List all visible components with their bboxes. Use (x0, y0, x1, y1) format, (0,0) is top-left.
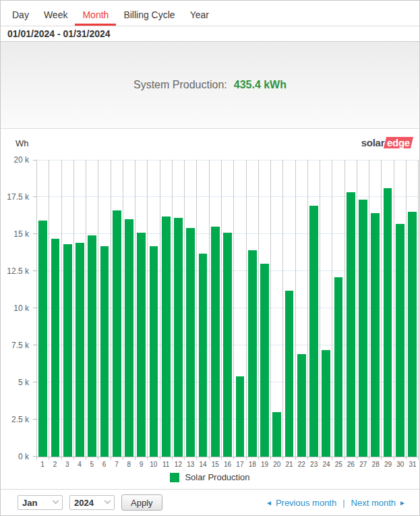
x-axis-tick (74, 457, 86, 460)
chart-column (320, 160, 332, 457)
tab-day[interactable]: Day (5, 7, 36, 26)
y-axis-label: 12.5 k (1, 267, 29, 275)
tab-billing-cycle[interactable]: Billing Cycle (116, 7, 182, 26)
chart-column (86, 160, 98, 457)
x-label: 10 (148, 461, 160, 468)
chart-column (234, 160, 246, 457)
x-label: 29 (382, 461, 394, 468)
bar-day-8 (125, 219, 133, 457)
bar-day-6 (100, 246, 109, 457)
x-axis-tick (148, 457, 160, 460)
y-axis-label: 17.5 k (1, 193, 29, 201)
x-axis-tick (234, 457, 246, 460)
tab-year[interactable]: Year (183, 7, 216, 26)
x-label: 24 (320, 461, 332, 468)
bar-day-18 (248, 250, 257, 457)
x-label: 20 (271, 461, 283, 468)
chart-column (210, 160, 222, 457)
legend-item-solar-production[interactable]: Solar Production (1, 472, 419, 482)
x-axis-tick (345, 457, 357, 460)
y-axis-label: 2.5 k (1, 415, 29, 424)
chart-column (283, 160, 295, 457)
x-axis-tick (271, 457, 283, 460)
x-label: 15 (209, 461, 221, 468)
bar-day-31 (408, 212, 417, 457)
plot-area: 0 k2.5 k5 k7.5 k10 k12.5 k15 k17.5 k20 k (36, 160, 419, 457)
logo-edge-badge: edge (384, 137, 413, 148)
x-label: 16 (221, 461, 233, 468)
x-axis-tick (210, 457, 222, 460)
apply-button[interactable]: Apply (121, 494, 162, 511)
bar-day-7 (113, 210, 121, 457)
next-month-button[interactable]: Next month ► (351, 498, 406, 508)
x-label: 8 (123, 461, 135, 468)
chart-column (160, 160, 173, 457)
x-label: 1 (36, 461, 49, 468)
x-label: 11 (160, 461, 172, 468)
bar-columns (36, 160, 419, 457)
x-axis-tick (136, 457, 148, 460)
bar-day-3 (63, 244, 72, 457)
chevron-down-icon (104, 497, 111, 504)
tab-month[interactable]: Month (75, 7, 116, 26)
view-tabs: Day Week Month Billing Cycle Year (1, 7, 419, 26)
bar-day-28 (371, 213, 380, 457)
x-axis-tick (49, 457, 61, 460)
x-axis-tick (123, 457, 136, 460)
chart-column (394, 160, 407, 457)
year-select[interactable]: 2024 (69, 495, 115, 510)
bar-day-22 (297, 354, 306, 457)
bar-day-26 (347, 192, 355, 457)
x-axis-tick (296, 457, 308, 460)
x-axis-tick (407, 457, 419, 460)
x-label: 17 (234, 461, 246, 468)
x-label: 12 (172, 461, 184, 468)
x-label: 23 (308, 461, 320, 468)
previous-month-button[interactable]: ◄ Previous month (266, 498, 336, 508)
x-axis-tick (62, 457, 74, 460)
chart-column (148, 160, 160, 457)
month-select-value: Jan (22, 498, 37, 508)
bar-day-19 (260, 264, 269, 457)
y-axis-unit-label: Wh (16, 138, 29, 148)
bar-day-25 (334, 277, 343, 457)
y-axis-label: 10 k (1, 304, 29, 312)
year-select-value: 2024 (74, 498, 94, 508)
x-label: 18 (246, 461, 258, 468)
bar-day-13 (186, 228, 195, 457)
x-label: 27 (357, 461, 369, 468)
x-axis-tick (259, 457, 271, 460)
x-axis-tick (222, 457, 234, 460)
month-select[interactable]: Jan (18, 495, 63, 510)
bar-day-1 (38, 221, 47, 457)
chart-column (185, 160, 197, 457)
x-axis-tick (382, 457, 394, 460)
chart-column (357, 160, 369, 457)
x-axis-tick (185, 457, 197, 460)
chart-column (37, 160, 49, 457)
bar-day-2 (51, 239, 60, 457)
next-month-label: Next month (351, 498, 396, 508)
chart-column (74, 160, 86, 457)
production-chart: Wh solaredge 0 k2.5 k5 k7.5 k10 k12.5 k1… (1, 129, 419, 490)
y-axis-label: 0 k (1, 453, 29, 461)
y-axis-label: 15 k (1, 230, 29, 238)
x-label: 30 (394, 461, 407, 468)
bar-day-16 (223, 233, 232, 457)
x-axis-tick (86, 457, 98, 460)
system-production-value: 435.4 kWh (234, 79, 287, 91)
x-label: 9 (135, 461, 147, 468)
tab-week[interactable]: Week (36, 7, 76, 26)
chart-column (332, 160, 344, 457)
x-axis-tick (283, 457, 295, 460)
chart-column (222, 160, 234, 457)
x-axis-tick (369, 457, 382, 460)
chart-column (271, 160, 283, 457)
chart-column (382, 160, 394, 457)
chart-column (197, 160, 209, 457)
x-axis-tick (160, 457, 173, 460)
right-arrow-icon: ► (399, 499, 406, 507)
x-label: 7 (111, 461, 123, 468)
x-label: 28 (369, 461, 382, 468)
x-label: 6 (98, 461, 110, 468)
